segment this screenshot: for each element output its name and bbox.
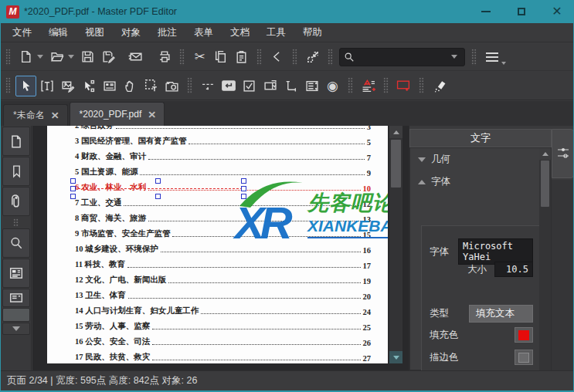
font-name-input[interactable]: Microsoft YaHei (458, 238, 533, 265)
scrollbar-thumb[interactable] (391, 140, 401, 188)
toolbar-grip[interactable] (292, 49, 297, 66)
open-dropdown[interactable] (68, 55, 74, 59)
maximize-button[interactable] (504, 0, 539, 23)
toolbar-grip[interactable] (179, 49, 185, 66)
copy-button[interactable] (210, 46, 231, 67)
scroll-up-button[interactable] (389, 126, 402, 138)
document-tab[interactable]: *2020_PDF.pdf ✕ (70, 102, 165, 126)
thumbnails-panel-button[interactable] (2, 127, 30, 156)
toc-row[interactable]: 9 市场监管、安全生产监管 15 (75, 226, 371, 242)
pdf-page[interactable]: 2 综合政务 3 3 国民经济管理、国有资产监管 5 4 财政、金融、审计 (47, 126, 388, 363)
menu-item[interactable]: 对象 (113, 23, 149, 42)
properties-tab[interactable] (552, 129, 574, 178)
save-as-button[interactable] (98, 46, 119, 67)
toc-row[interactable]: 4 财政、金融、审计 7 (75, 149, 371, 164)
toolbar-grip[interactable] (383, 77, 389, 94)
minimize-button[interactable] (468, 0, 504, 23)
toc-row[interactable]: 14 人口与计划生育、妇女儿童工作 24 (75, 303, 371, 319)
menu-item[interactable]: 视图 (76, 23, 113, 42)
button-field-tool-button[interactable] (218, 76, 239, 96)
menu-item[interactable]: 编辑 (40, 23, 76, 42)
toc-row[interactable]: 2 综合政务 3 (75, 126, 371, 133)
open-button[interactable] (46, 46, 67, 67)
document-tab[interactable]: *未命名 ✕ (3, 104, 68, 126)
toolbar-grip[interactable] (187, 77, 192, 94)
sidebar-more-button[interactable] (2, 308, 30, 322)
toc-row[interactable]: 17 民政、扶贫、救灾 27 (75, 350, 371, 363)
menu-item[interactable]: 文档 (222, 23, 258, 42)
panel-scrollbar[interactable] (539, 148, 551, 370)
text-annotation-tool-button[interactable] (358, 76, 379, 96)
paste-button[interactable] (231, 46, 252, 67)
rectangle-annotation-tool-button[interactable] (393, 76, 414, 96)
toolbar-grip[interactable] (5, 77, 11, 94)
search-dropdown[interactable] (451, 55, 457, 59)
edit-text-tool-button[interactable] (36, 76, 57, 96)
new-document-dropdown[interactable] (37, 55, 43, 59)
checkbox-field-tool-button[interactable] (239, 76, 260, 96)
toc-row[interactable]: 16 公安、安全、司法 26 (75, 334, 371, 350)
toc-row[interactable]: 6 农业、林业、水利 10 (75, 180, 371, 195)
toc-row[interactable]: 3 国民经济管理、国有资产监管 5 (75, 133, 371, 149)
search-panel-button[interactable] (2, 228, 30, 258)
fill-color-swatch[interactable] (515, 327, 533, 343)
fit-page-button[interactable] (302, 46, 323, 67)
menu-item[interactable]: 工具 (258, 23, 294, 42)
toc-row[interactable]: 7 工业、交通 12 (75, 195, 371, 211)
edit-image-tool-button[interactable] (57, 76, 78, 96)
new-document-button[interactable] (15, 46, 36, 67)
cut-button[interactable]: ✂ (189, 46, 210, 67)
menu-item[interactable]: 帮助 (294, 23, 331, 42)
save-button[interactable] (77, 46, 98, 67)
sidebar-grip[interactable] (13, 218, 19, 226)
radio-field-tool-button[interactable]: ◉ (322, 76, 343, 96)
select-tool-button[interactable] (15, 76, 36, 96)
close-button[interactable]: ✕ (539, 0, 574, 23)
toolbar-grip[interactable] (419, 77, 424, 94)
menu-item[interactable]: 批注 (149, 23, 185, 42)
font-section-header[interactable]: 字体 (410, 171, 551, 193)
toolbar-grip[interactable] (348, 77, 353, 94)
document-scrollbar[interactable] (389, 126, 402, 363)
edit-forms-tool-button[interactable] (99, 76, 120, 96)
search-input[interactable] (355, 52, 450, 63)
email-button[interactable] (125, 46, 146, 67)
menu-item[interactable]: 文件 (4, 23, 40, 42)
toc-row[interactable]: 13 卫生、体育 20 (75, 288, 371, 303)
toolbar-grip[interactable] (471, 49, 477, 66)
layers-panel-button[interactable] (2, 289, 30, 307)
search-box[interactable] (339, 48, 465, 66)
toc-row[interactable]: 11 科技、教育 17 (75, 257, 371, 272)
type-dropdown[interactable]: 填充文本 (469, 305, 533, 323)
toolbar-grip[interactable] (5, 49, 11, 66)
toc-row[interactable]: 12 文化、广电、新闻出版 19 (75, 272, 371, 288)
attachments-panel-button[interactable] (2, 187, 30, 216)
back-button[interactable] (267, 46, 287, 67)
combobox-field-tool-button[interactable] (260, 76, 280, 96)
tab-close-icon[interactable]: ✕ (51, 110, 59, 120)
eraser-tool-button[interactable] (429, 76, 450, 96)
tab-close-icon[interactable]: ✕ (148, 109, 156, 120)
select-region-tool-button[interactable] (141, 76, 161, 96)
toc-row[interactable]: 8 商贸、海关、旅游 13 (75, 211, 371, 226)
form-fields-panel-button[interactable] (2, 259, 30, 288)
text-field-tool-button[interactable] (197, 76, 218, 96)
print-button[interactable] (154, 46, 175, 67)
toc-row[interactable]: 10 城乡建设、环境保护 16 (75, 242, 371, 257)
toolbar-grip[interactable] (256, 49, 262, 66)
panel-scroll-up-button[interactable] (539, 148, 551, 160)
toc-row[interactable]: 5 国土资源、能源 9 (75, 164, 371, 180)
sidebar-scroll-down-button[interactable] (2, 323, 30, 335)
toolbar-grip[interactable] (328, 49, 333, 66)
scroll-down-button[interactable] (389, 351, 402, 363)
font-size-input[interactable]: 10.5 (494, 262, 533, 277)
stroke-color-swatch[interactable] (515, 350, 533, 365)
listbox-field-tool-button[interactable] (301, 76, 322, 96)
panel-scrollbar-thumb[interactable] (541, 161, 549, 207)
toc-row[interactable]: 15 劳动、人事、监察 25 (75, 319, 371, 334)
measure-tool-button[interactable] (280, 76, 301, 96)
hand-tool-button[interactable] (120, 76, 141, 96)
menu-item[interactable]: 表单 (185, 23, 222, 42)
main-menu-button[interactable] (481, 46, 502, 67)
bookmarks-panel-button[interactable] (2, 157, 30, 186)
